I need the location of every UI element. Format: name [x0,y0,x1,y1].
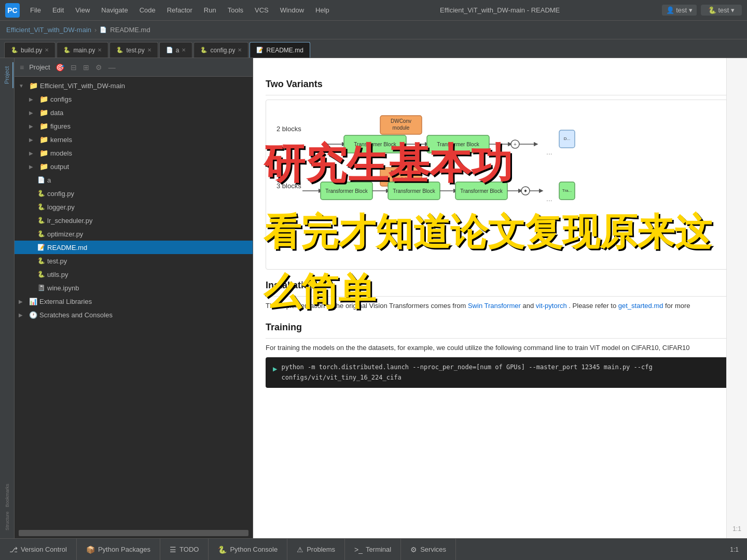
diagram-container: 2 blocks DWConv module Transformer Block… [266,100,735,270]
tab-services[interactable]: ⚙ Services [401,539,456,560]
project-panel-menu[interactable]: ≡ [19,62,25,73]
menu-navigate[interactable]: Navigate [96,4,133,16]
toolbar-btn-locate[interactable]: 🎯 [54,62,65,73]
tree-item-wine-ipynb[interactable]: 📓 wine.ipynb [15,281,253,295]
breadcrumb-project[interactable]: Efficient_ViT_with_DW-main [6,26,91,34]
tree-item-data[interactable]: ▶ 📁 data [15,106,253,119]
tree-item-configs[interactable]: ▶ 📁 configs [15,92,253,106]
svg-text:D...: D... [564,136,570,141]
tree-item-readme[interactable]: 📝 README.md [15,241,253,254]
menu-window[interactable]: Window [275,4,309,16]
tree-item-output[interactable]: ▶ 📁 output [15,160,253,173]
sidebar-structure[interactable]: Structure [1,508,13,534]
breadcrumb-file-icon: 📄 [100,26,107,33]
breadcrumb-bar: Efficient_ViT_with_DW-main › 📄 README.md [0,21,747,39]
menu-tools[interactable]: Tools [223,4,248,16]
tab-close-config[interactable]: ✕ [238,47,242,53]
tree-item-kernels[interactable]: ▶ 📁 kernels [15,133,253,146]
tab-a[interactable]: 📄 a ✕ [159,42,193,58]
tree-arrow-output: ▶ [29,164,37,170]
tree-root[interactable]: ▼ 📁 Efficient_ViT_with_DW-main [15,79,253,92]
folder-icon-models: 📁 [39,149,48,157]
file-icon-test-py: 🐍 [37,257,45,264]
tab-version-control[interactable]: ⎇ Version Control [0,539,77,560]
tab-main-py[interactable]: 🐍 main.py ✕ [57,42,108,58]
toolbar-btn-expand[interactable]: ⊞ [82,62,90,73]
tree-item-test-py[interactable]: 🐍 test.py [15,254,253,268]
sidebar-bookmarks[interactable]: Bookmarks [1,482,13,508]
tab-terminal[interactable]: >_ Terminal [345,539,401,560]
tab-python-packages[interactable]: 📦 Python Packages [77,539,160,560]
svg-text:module: module [393,125,410,131]
file-icon-lr-scheduler: 🐍 [37,217,45,224]
tab-icon-py4: 🐍 [200,47,208,53]
menu-file[interactable]: File [25,4,46,16]
breadcrumb-separator: › [94,26,96,34]
tree-item-a[interactable]: 📄 a [15,173,253,187]
tree-item-logger-py[interactable]: 🐍 logger.py [15,200,253,214]
tree-item-optimizer[interactable]: 🐍 optimizer.py [15,227,253,241]
folder-icon-root: 📁 [29,81,38,90]
run-config-button[interactable]: 🐍 test ▾ [701,5,742,16]
menu-code[interactable]: Code [134,4,161,16]
svg-text:Transformer Block: Transformer Block [354,142,396,147]
tab-close-test[interactable]: ✕ [147,47,151,53]
tree-item-scratches[interactable]: ▶ 🕐 Scratches and Consoles [15,308,253,321]
file-icon-logger-py: 🐍 [37,203,45,211]
menu-edit[interactable]: Edit [47,4,69,16]
tree-item-figures[interactable]: ▶ 📁 figures [15,119,253,133]
tree-arrow-root: ▼ [19,83,27,89]
window-controls: 👤 test ▾ 🐍 test ▾ [662,5,742,16]
svg-text:Tra...: Tra... [562,188,572,193]
project-scrollbar[interactable] [19,530,248,536]
services-icon: ⚙ [410,545,417,554]
get-started-link[interactable]: get_started.md [618,302,663,310]
folder-icon-kernels: 📁 [39,135,48,144]
tree-arrow-configs: ▶ [29,96,37,102]
tree-item-utils-py[interactable]: 🐍 utils.py [15,268,253,281]
tab-python-console[interactable]: 🐍 Python Console [209,539,287,560]
tree-item-ext-libs[interactable]: ▶ 📊 External Libraries [15,295,253,308]
menu-help[interactable]: Help [310,4,335,16]
project-panel-title: Project [29,63,50,71]
sidebar-icons: Project Bookmarks Structure [0,58,15,538]
tab-problems[interactable]: ⚠ Problems [287,539,345,560]
file-icon-config-py: 🐍 [37,190,45,197]
tree-arrow-scratches: ▶ [19,312,27,318]
file-icon-a: 📄 [37,176,45,184]
project-toolbar: ≡ Project 🎯 ⊟ ⊞ ⚙ — [15,58,253,77]
tab-build-py[interactable]: 🐍 build.py ✕ [4,42,56,58]
toolbar-btn-close[interactable]: — [107,62,117,73]
tree-item-models[interactable]: ▶ 📁 models [15,146,253,160]
project-tree: ▼ 📁 Efficient_ViT_with_DW-main ▶ 📁 confi… [15,77,253,528]
python-console-icon: 🐍 [218,545,227,554]
tab-readme-md[interactable]: 📝 README.md [250,42,310,58]
menu-run[interactable]: Run [199,4,222,16]
tree-item-config-py[interactable]: 🐍 config.py [15,187,253,200]
markdown-content: Two Variants 2 blocks DWConv module Tran… [253,58,747,538]
menu-refactor[interactable]: Refactor [162,4,198,16]
tab-todo[interactable]: ☰ TODO [160,539,209,560]
tab-close-a[interactable]: ✕ [182,47,186,53]
file-icon-utils-py: 🐍 [37,271,45,278]
line-number-bar: 1:1 [726,58,747,538]
swin-transformer-link[interactable]: Swin Transformer [468,302,521,310]
tab-config-py[interactable]: 🐍 config.py ✕ [193,42,248,58]
tab-test-py[interactable]: 🐍 test.py ✕ [109,42,158,58]
code-run-button[interactable]: ▶ [273,363,277,374]
toolbar-btn-collapse[interactable]: ⊟ [70,62,78,73]
tree-item-lr-scheduler[interactable]: 🐍 lr_scheduler.py [15,214,253,227]
menu-vcs[interactable]: VCS [250,4,274,16]
toolbar-btn-settings[interactable]: ⚙ [94,62,103,73]
tree-arrow-data: ▶ [29,110,37,116]
menu-view[interactable]: View [70,4,95,16]
bottom-status-right: 1:1 [722,539,747,560]
breadcrumb-file: README.md [110,26,150,34]
training-text: For training the models on the the datas… [266,343,735,354]
sidebar-project[interactable]: Project [1,62,13,88]
file-icon-readme: 📝 [37,244,45,251]
vit-pytorch-link[interactable]: vit-pytorch [536,302,567,310]
tab-close-build[interactable]: ✕ [45,47,49,53]
tab-close-main[interactable]: ✕ [98,47,102,53]
user-button[interactable]: 👤 test ▾ [662,5,697,16]
